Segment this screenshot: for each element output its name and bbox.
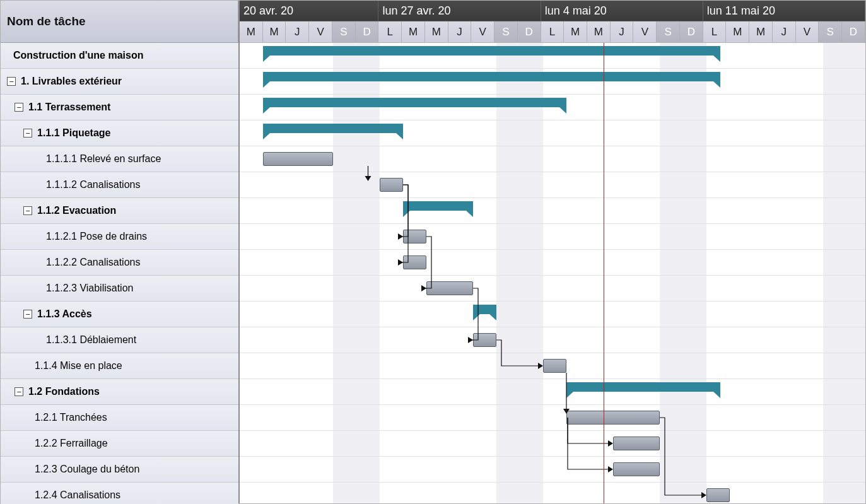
task-label: 1.2 Fondations [28, 386, 100, 397]
collapse-icon[interactable] [7, 77, 16, 86]
collapse-icon[interactable] [23, 129, 32, 138]
task-bar-pose-drains[interactable] [403, 230, 426, 243]
task-label: 1.1.2.3 Viabilisation [46, 283, 133, 294]
day-header: M [402, 21, 425, 43]
task-label: 1.1.3 Accès [37, 308, 92, 320]
day-header: D [518, 21, 541, 43]
day-header: M [749, 21, 773, 43]
task-row-ferraillage[interactable]: 1.2.2 Ferraillage [1, 431, 238, 457]
day-header: J [286, 21, 309, 43]
summary-bar-evacuation[interactable] [403, 201, 473, 211]
day-header: M [263, 21, 286, 43]
task-label: 1.1.1.2 Canalisations [46, 179, 140, 190]
day-header: M [240, 21, 263, 43]
task-bar-ferraillage[interactable] [613, 437, 660, 450]
column-header-task-name[interactable]: Nom de tâche [1, 1, 238, 43]
task-label: 1.2.4 Canalisations [35, 489, 120, 501]
gantt-row [240, 379, 865, 405]
task-row-pose-drains[interactable]: 1.1.2.1 Pose de drains [1, 224, 238, 250]
summary-bar-construction[interactable] [263, 46, 720, 56]
collapse-icon[interactable] [15, 387, 23, 396]
task-row-coulage-beton[interactable]: 1.2.3 Coulage du béton [1, 457, 238, 483]
task-row-construction[interactable]: Construction d'une maison [1, 43, 238, 69]
gantt-row [240, 457, 865, 483]
gantt-app: Nom de tâche Construction d'une maison1.… [0, 0, 866, 504]
day-header: V [796, 21, 819, 43]
day-header: M [425, 21, 448, 43]
task-bar-deblaiement[interactable] [473, 333, 496, 347]
day-header: M [587, 21, 611, 43]
gantt-row [240, 146, 865, 172]
task-bar-mise-en-place[interactable] [543, 359, 566, 373]
gantt-row [240, 483, 865, 503]
timeline-header: 20 avr. 20lun 27 avr. 20lun 4 mai 20lun … [240, 1, 865, 43]
task-row-canalisations-3[interactable]: 1.2.4 Canalisations [1, 483, 238, 504]
task-list-panel: Nom de tâche Construction d'une maison1.… [1, 1, 240, 503]
day-header: V [633, 21, 657, 43]
task-bar-coulage-beton[interactable] [613, 462, 660, 476]
task-bar-canalisations-2[interactable] [403, 255, 426, 269]
task-row-piquetage[interactable]: 1.1.1 Piquetage [1, 120, 238, 146]
day-header: S [332, 21, 356, 43]
task-label: 1. Livrables extérieur [21, 76, 122, 87]
day-header: M [564, 21, 587, 43]
summary-bar-acces[interactable] [473, 305, 496, 314]
gantt-row [240, 224, 865, 250]
today-line [604, 43, 604, 503]
day-header: V [309, 21, 332, 43]
day-header: S [657, 21, 680, 43]
task-row-terrassement[interactable]: 1.1 Terrassement [1, 95, 238, 120]
gantt-row [240, 405, 865, 431]
week-header: lun 27 avr. 20 [378, 1, 541, 21]
task-row-canalisations-1[interactable]: 1.1.1.2 Canalisations [1, 172, 238, 198]
task-label: 1.2.1 Tranchées [35, 412, 107, 423]
summary-bar-terrassement[interactable] [263, 98, 566, 107]
gantt-row [240, 250, 865, 276]
task-row-releve-surface[interactable]: 1.1.1.1 Relevé en surface [1, 146, 238, 172]
gantt-chart-panel[interactable]: 20 avr. 20lun 27 avr. 20lun 4 mai 20lun … [240, 1, 865, 503]
task-row-mise-en-place[interactable]: 1.1.4 Mise en place [1, 353, 238, 379]
collapse-icon[interactable] [23, 206, 32, 215]
day-header: V [471, 21, 494, 43]
task-row-acces[interactable]: 1.1.3 Accès [1, 302, 238, 327]
task-label: 1.1.1.1 Relevé en surface [46, 153, 161, 165]
task-label: 1.1.1 Piquetage [37, 127, 111, 139]
day-header: J [448, 21, 472, 43]
gantt-row [240, 198, 865, 224]
gantt-row [240, 276, 865, 302]
summary-bar-fondations[interactable] [566, 382, 720, 392]
task-row-deblaiement[interactable]: 1.1.3.1 Déblaiement [1, 327, 238, 353]
summary-bar-livrables-ext[interactable] [263, 72, 720, 81]
gantt-row [240, 172, 865, 198]
collapse-icon[interactable] [15, 103, 23, 112]
task-label: 1.1.2 Evacuation [37, 205, 116, 216]
task-row-evacuation[interactable]: 1.1.2 Evacuation [1, 198, 238, 224]
task-label: 1.2.2 Ferraillage [35, 438, 108, 449]
task-bar-canalisations-1[interactable] [380, 178, 403, 192]
day-header: L [703, 21, 727, 43]
task-row-fondations[interactable]: 1.2 Fondations [1, 379, 238, 405]
task-row-livrables-ext[interactable]: 1. Livrables extérieur [1, 69, 238, 95]
task-bar-canalisations-3[interactable] [706, 488, 730, 502]
day-header: S [819, 21, 842, 43]
day-header: D [842, 21, 865, 43]
collapse-icon[interactable] [23, 310, 32, 319]
task-label: 1.1.3.1 Déblaiement [46, 334, 136, 346]
day-header: D [356, 21, 379, 43]
day-header: D [680, 21, 703, 43]
gantt-row [240, 431, 865, 457]
day-header: S [494, 21, 518, 43]
task-row-viabilisation[interactable]: 1.1.2.3 Viabilisation [1, 276, 238, 302]
task-bar-viabilisation[interactable] [426, 281, 473, 295]
summary-bar-piquetage[interactable] [263, 124, 403, 133]
task-row-tranchees[interactable]: 1.2.1 Tranchées [1, 405, 238, 431]
task-label: 1.1.2.2 Canalisations [46, 257, 140, 268]
day-header: J [773, 21, 796, 43]
day-header: L [541, 21, 565, 43]
task-row-canalisations-2[interactable]: 1.1.2.2 Canalisations [1, 250, 238, 276]
task-bar-tranchees[interactable] [566, 411, 660, 425]
week-header: lun 11 mai 20 [703, 1, 865, 21]
task-bar-releve-surface[interactable] [263, 152, 333, 166]
gantt-row [240, 302, 865, 327]
gantt-body[interactable] [240, 43, 865, 503]
